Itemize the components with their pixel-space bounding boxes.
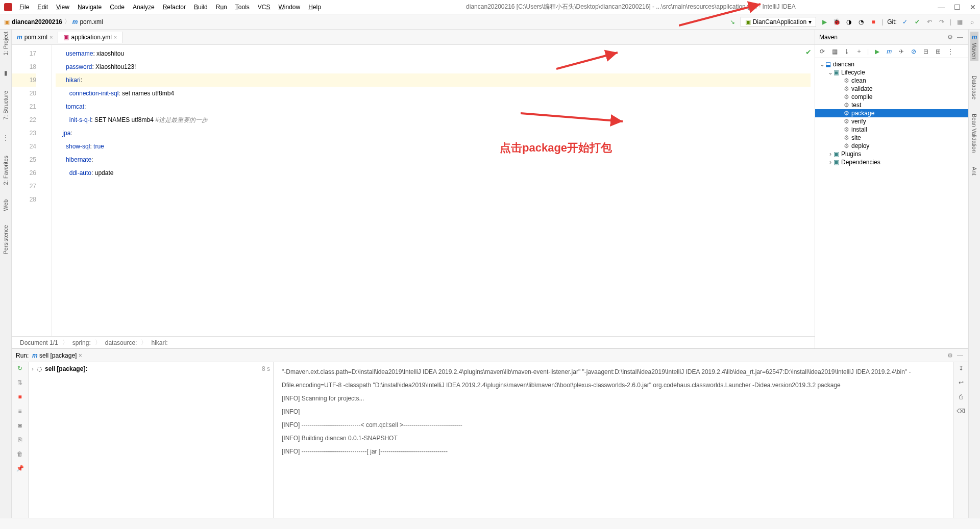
stop-run-icon[interactable]: ■ — [16, 393, 24, 401]
refresh-icon[interactable]: ⟳ — [818, 47, 826, 56]
sidebar-persistence[interactable]: Persistence — [3, 225, 9, 254]
expand-icon[interactable]: ⊞ — [934, 47, 942, 56]
close-tab-icon[interactable]: × — [114, 34, 117, 40]
line-number: 25 — [12, 153, 36, 166]
camera-icon[interactable]: ◙ — [16, 421, 24, 430]
search-icon[interactable]: ⌕ — [968, 18, 976, 26]
debug-icon[interactable]: 🐞 — [832, 18, 841, 26]
menu-vcs[interactable]: VCS — [255, 3, 274, 12]
sidebar-project[interactable]: 1: Project — [3, 32, 9, 55]
soft-wrap-icon[interactable]: ↩ — [957, 379, 965, 387]
run-tree[interactable]: › ◌ sell [package]: 8 s — [29, 362, 274, 518]
run-maven-icon[interactable]: ▶ — [873, 47, 881, 56]
print-icon[interactable]: ⎙ — [957, 393, 965, 401]
dump-icon[interactable]: ≡ — [16, 407, 24, 415]
right-tool-rail: m Maven Database Bean Validation Ant — [968, 30, 980, 518]
crumb-3[interactable]: hikari: — [151, 339, 167, 346]
chevron-right-icon[interactable]: › — [32, 365, 34, 515]
clear-icon[interactable]: ⌫ — [957, 407, 965, 415]
add-icon[interactable]: ＋ — [855, 47, 863, 56]
maven-dependencies[interactable]: ›▣Dependencies — [815, 158, 968, 166]
sidebar-structure[interactable]: 7: Structure — [3, 91, 9, 120]
menu-view[interactable]: View — [53, 3, 72, 12]
lifecycle-deploy[interactable]: ⚙deploy — [815, 142, 968, 150]
sidebar-ant[interactable]: Ant — [971, 167, 977, 175]
maven-tree[interactable]: ⌄⬓diancan ⌄▣Lifecycle ⚙clean ⚙validate ⚙… — [815, 58, 968, 348]
exit-icon[interactable]: ⎘ — [16, 436, 24, 444]
menu-refactor[interactable]: Refactor — [160, 3, 189, 12]
inspection-ok-icon[interactable]: ✔ — [805, 48, 812, 56]
run-icon[interactable]: ▶ — [820, 18, 828, 26]
coverage-icon[interactable]: ◑ — [845, 18, 853, 26]
tab-label: application.yml — [71, 34, 111, 41]
vcs-history-icon[interactable]: ↶ — [925, 18, 934, 26]
tab-pom[interactable]: m pom.xml × — [12, 32, 58, 43]
structure-rail-icon[interactable]: ⋮ — [3, 134, 9, 141]
close-run-tab-icon[interactable]: × — [79, 352, 82, 359]
menu-run[interactable]: Run — [213, 3, 230, 12]
sidebar-favorites[interactable]: 2: Favorites — [3, 156, 9, 185]
minimize-panel-icon[interactable]: — — [956, 33, 964, 41]
menu-build[interactable]: Build — [191, 3, 211, 12]
menu-window[interactable]: Window — [275, 3, 303, 12]
show-deps-icon[interactable]: ⋮ — [946, 47, 954, 56]
lifecycle-verify[interactable]: ⚙verify — [815, 117, 968, 125]
structure-icon[interactable]: ▦ — [955, 18, 964, 26]
sidebar-maven[interactable]: m Maven — [970, 32, 978, 61]
lifecycle-validate[interactable]: ⚙validate — [815, 85, 968, 93]
generate-icon[interactable]: ▦ — [830, 47, 839, 56]
vcs-update-icon[interactable]: ✓ — [901, 18, 909, 26]
collapse-icon[interactable]: ⊟ — [922, 47, 930, 56]
bookmark-icon[interactable]: ▮ — [4, 69, 8, 77]
maven-plugins[interactable]: ›▣Plugins — [815, 150, 968, 158]
close-icon[interactable]: ✕ — [970, 3, 976, 11]
minimize-panel-icon[interactable]: — — [956, 351, 964, 360]
breadcrumb[interactable]: ▣ diancan20200216 〉 m pom.xml — [4, 17, 103, 26]
sidebar-web[interactable]: Web — [3, 199, 9, 211]
profile-icon[interactable]: ◔ — [857, 18, 865, 26]
scroll-to-end-icon[interactable]: ↧ — [957, 364, 965, 372]
stop-icon[interactable]: ■ — [869, 18, 877, 26]
lifecycle-install[interactable]: ⚙install — [815, 125, 968, 134]
menu-code[interactable]: Code — [107, 3, 128, 12]
lifecycle-compile[interactable]: ⚙compile — [815, 93, 968, 101]
minimize-icon[interactable]: — — [938, 3, 945, 11]
tab-application-yml[interactable]: ▣ application.yml × — [58, 32, 122, 43]
crumb-1[interactable]: spring: — [72, 339, 91, 346]
sidebar-bean-validation[interactable]: Bean Validation — [971, 114, 977, 153]
menu-help[interactable]: Help — [305, 3, 324, 12]
trash-icon[interactable]: 🗑 — [16, 450, 24, 458]
menu-file[interactable]: File — [16, 3, 32, 12]
pin-icon[interactable]: 📌 — [16, 464, 24, 472]
toggle-offline-icon[interactable]: ✈ — [897, 47, 905, 56]
maven-lifecycle[interactable]: ⌄▣Lifecycle — [815, 68, 968, 77]
toggle-icon[interactable]: ⇅ — [16, 379, 24, 387]
lifecycle-site[interactable]: ⚙site — [815, 134, 968, 142]
download-icon[interactable]: ⭳ — [843, 47, 851, 56]
vcs-commit-icon[interactable]: ✔ — [913, 18, 921, 26]
maven-run-icon: m — [32, 352, 38, 359]
run-config-selector[interactable]: ▣ DianCanApplication ▾ — [741, 17, 816, 27]
code-text[interactable]: username: xiaoshitou password: Xiaoshito… — [52, 45, 815, 336]
code-editor[interactable]: 17 18 19 20 21 22 23 24 25 26 27 28 — [12, 45, 815, 336]
gear-icon[interactable]: ⚙ — [946, 33, 954, 41]
maximize-icon[interactable]: ☐ — [954, 3, 961, 11]
gear-icon[interactable]: ⚙ — [946, 351, 954, 360]
menu-tools[interactable]: Tools — [232, 3, 253, 12]
lifecycle-package[interactable]: ⚙package — [815, 109, 968, 117]
sidebar-database[interactable]: Database — [971, 75, 977, 99]
lifecycle-clean[interactable]: ⚙clean — [815, 77, 968, 85]
close-tab-icon[interactable]: × — [50, 34, 53, 40]
hammer-icon[interactable]: ↘ — [728, 18, 737, 26]
vcs-revert-icon[interactable]: ↷ — [938, 18, 946, 26]
maven-goal-icon[interactable]: m — [885, 47, 893, 56]
rerun-icon[interactable]: ↻ — [16, 364, 24, 372]
menu-analyze[interactable]: Analyze — [130, 3, 158, 12]
toggle-skip-tests-icon[interactable]: ⊘ — [910, 47, 918, 56]
maven-root[interactable]: ⌄⬓diancan — [815, 60, 968, 68]
menu-navigate[interactable]: Navigate — [75, 3, 105, 12]
crumb-2[interactable]: datasource: — [105, 339, 137, 346]
menu-edit[interactable]: Edit — [34, 3, 51, 12]
lifecycle-test[interactable]: ⚙test — [815, 101, 968, 109]
run-output[interactable]: "-Dmaven.ext.class.path=D:\install\idea2… — [274, 362, 953, 518]
